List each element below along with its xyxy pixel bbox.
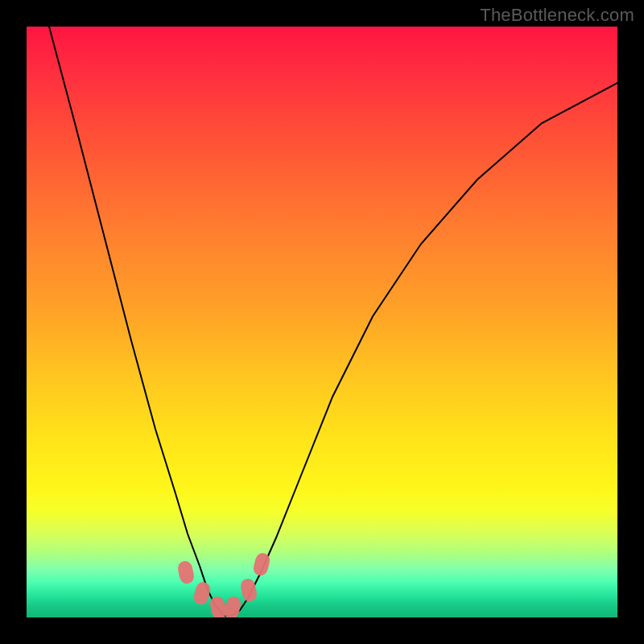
curve-marker	[192, 580, 212, 606]
attribution-text: TheBottleneck.com	[480, 5, 634, 26]
curve-marker	[223, 595, 242, 617]
bottleneck-curve	[49, 27, 617, 616]
curve-marker	[176, 559, 195, 584]
markers-group	[176, 551, 271, 617]
plot-area	[27, 27, 617, 617]
curve-layer	[27, 27, 617, 617]
chart-stage: TheBottleneck.com	[0, 0, 644, 644]
curve-marker	[239, 577, 258, 602]
